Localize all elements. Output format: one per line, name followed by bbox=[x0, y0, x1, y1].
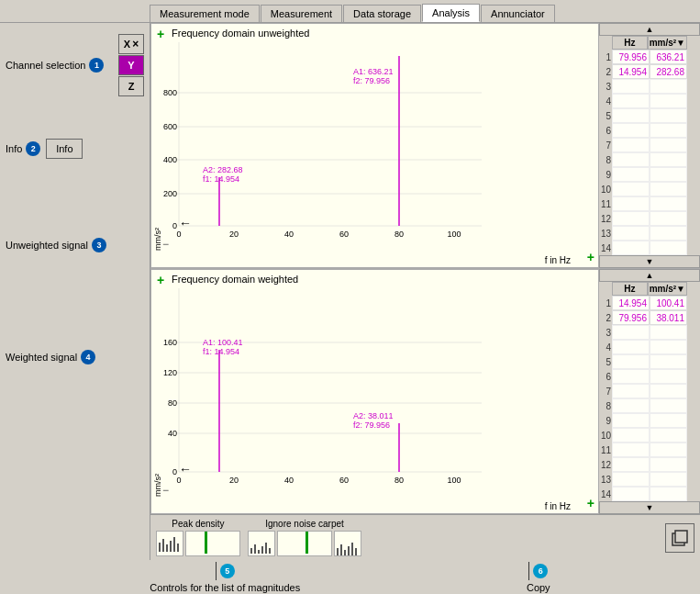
row-hz bbox=[612, 241, 650, 255]
svg-rect-60 bbox=[337, 548, 339, 555]
chart-bottom-zoom-out-icon[interactable]: − bbox=[162, 484, 169, 497]
tab-data-storage[interactable]: Data storage bbox=[343, 5, 421, 22]
chart-top: + Frequency domain unweighted 0 200 400 bbox=[150, 23, 599, 268]
svg-rect-61 bbox=[340, 544, 342, 555]
row-mms bbox=[650, 340, 687, 354]
svg-text:A2: 282.68: A2: 282.68 bbox=[203, 165, 243, 174]
svg-rect-67 bbox=[675, 531, 687, 543]
content-area: Channel selection 1 X × Y Z Info 2 Info bbox=[0, 22, 700, 560]
svg-rect-64 bbox=[351, 543, 353, 555]
table-top-hz-header: Hz bbox=[612, 36, 648, 50]
copy-badge: 6 bbox=[533, 564, 548, 578]
row-num: 14 bbox=[599, 487, 612, 501]
row-mms bbox=[650, 167, 687, 182]
tab-annunciator[interactable]: Annunciator bbox=[481, 5, 555, 22]
row-mms bbox=[650, 487, 687, 501]
table-row: 6 bbox=[599, 369, 700, 384]
ignore-noise-left-thumb[interactable] bbox=[248, 531, 275, 556]
peak-density-slider[interactable] bbox=[185, 531, 240, 556]
row-mms bbox=[650, 79, 687, 94]
row-hz: 14.954 bbox=[612, 64, 650, 79]
bottom-controls-strip: Peak density Ignore noise carpet bbox=[150, 514, 700, 560]
row-hz bbox=[612, 325, 650, 340]
info-section: Info 2 bbox=[6, 141, 40, 156]
tab-measurement[interactable]: Measurement bbox=[261, 5, 342, 22]
channel-z-button[interactable]: Z bbox=[118, 76, 144, 96]
tab-analysis[interactable]: Analysis bbox=[422, 4, 480, 22]
ignore-noise-slider[interactable] bbox=[277, 531, 332, 556]
channel-y-button[interactable]: Y bbox=[118, 55, 144, 75]
channel-selection-label: Channel selection bbox=[6, 60, 85, 71]
svg-text:f1: 14.954: f1: 14.954 bbox=[203, 347, 239, 356]
svg-rect-53 bbox=[177, 544, 179, 552]
row-hz bbox=[612, 211, 650, 226]
table-top-rows: 1 79.956 636.21 2 14.954 282.68 3 4 bbox=[599, 50, 700, 255]
scroll-down-bottom-icon[interactable]: ▼ bbox=[599, 501, 700, 514]
chart-bottom-zoom-in-icon[interactable]: + bbox=[587, 496, 594, 510]
table-bottom-scroll-up[interactable]: ▲ bbox=[599, 269, 700, 282]
peak-density-group: Peak density bbox=[156, 519, 240, 556]
table-top-scroll-up[interactable]: ▲ bbox=[599, 23, 700, 36]
weighted-badge: 4 bbox=[81, 350, 95, 364]
table-row: 5 bbox=[599, 108, 700, 123]
row-num: 11 bbox=[599, 443, 612, 457]
chart-bottom-svg: 0 40 80 120 160 0 20 40 60 bbox=[151, 270, 598, 513]
svg-text:160: 160 bbox=[163, 338, 177, 347]
table-row: 14 bbox=[599, 241, 700, 255]
right-panel: + Frequency domain unweighted 0 200 400 bbox=[150, 23, 700, 560]
table-bottom-hz-header: Hz bbox=[612, 282, 648, 296]
chart-bottom-x-axis-label: f in Hz bbox=[545, 501, 571, 511]
svg-rect-65 bbox=[355, 548, 357, 555]
ignore-noise-label: Ignore noise carpet bbox=[265, 519, 344, 529]
row-hz bbox=[612, 196, 650, 211]
info-button[interactable]: Info bbox=[46, 139, 83, 159]
chart-top-zoom-in-icon[interactable]: + bbox=[587, 250, 594, 264]
table-bottom: ▲ Hz mm/s²▼ 1 14.954 100.41 2 79.956 38.… bbox=[599, 269, 700, 514]
row-hz bbox=[612, 369, 650, 384]
row-num: 12 bbox=[599, 211, 612, 226]
table-row: 9 bbox=[599, 413, 700, 428]
row-mms bbox=[650, 182, 687, 196]
tab-measurement-mode[interactable]: Measurement mode bbox=[150, 5, 260, 22]
row-num: 7 bbox=[599, 138, 612, 152]
peak-density-left-thumb[interactable] bbox=[156, 531, 183, 556]
table-row: 4 bbox=[599, 94, 700, 108]
channel-x-button[interactable]: X × bbox=[118, 34, 144, 54]
svg-text:←: ← bbox=[179, 216, 192, 230]
svg-text:120: 120 bbox=[163, 368, 177, 377]
copy-button-area[interactable] bbox=[665, 523, 694, 553]
row-hz: 14.954 bbox=[612, 296, 650, 310]
row-mms bbox=[650, 384, 687, 398]
row-num: 5 bbox=[599, 354, 612, 369]
copy-label: Copy bbox=[527, 582, 550, 593]
table-row: 3 bbox=[599, 325, 700, 340]
copy-button[interactable] bbox=[665, 523, 694, 553]
row-mms bbox=[650, 108, 687, 123]
table-row: 4 bbox=[599, 340, 700, 354]
scroll-up-bottom-icon[interactable]: ▲ bbox=[599, 269, 700, 282]
scroll-up-icon[interactable]: ▲ bbox=[599, 23, 700, 36]
table-row: 1 14.954 100.41 bbox=[599, 296, 700, 310]
chart-top-zoom-out-icon[interactable]: − bbox=[162, 238, 169, 251]
row-hz bbox=[612, 413, 650, 428]
svg-text:100: 100 bbox=[447, 476, 461, 485]
annotations-bar: 5 Controls for the list of magnitudes 6 … bbox=[0, 560, 700, 594]
row-num: 6 bbox=[599, 123, 612, 138]
scroll-down-icon[interactable]: ▼ bbox=[599, 255, 700, 268]
ignore-noise-right-thumb[interactable] bbox=[334, 531, 361, 556]
weighted-label: Weighted signal bbox=[6, 352, 77, 363]
peak-density-label: Peak density bbox=[172, 519, 224, 529]
row-mms bbox=[650, 211, 687, 226]
row-num: 13 bbox=[599, 226, 612, 241]
row-num: 5 bbox=[599, 108, 612, 123]
controls-annotation: 5 Controls for the list of magnitudes bbox=[150, 562, 300, 593]
row-mms bbox=[650, 354, 687, 369]
svg-rect-63 bbox=[348, 546, 350, 555]
table-row: 8 bbox=[599, 152, 700, 167]
table-top-scroll-down[interactable]: ▼ bbox=[599, 255, 700, 268]
table-bottom-scroll-down[interactable]: ▼ bbox=[599, 501, 700, 514]
table-bottom-header: Hz mm/s²▼ bbox=[599, 282, 700, 296]
row-hz bbox=[612, 487, 650, 501]
row-hz bbox=[612, 94, 650, 108]
row-hz bbox=[612, 428, 650, 443]
